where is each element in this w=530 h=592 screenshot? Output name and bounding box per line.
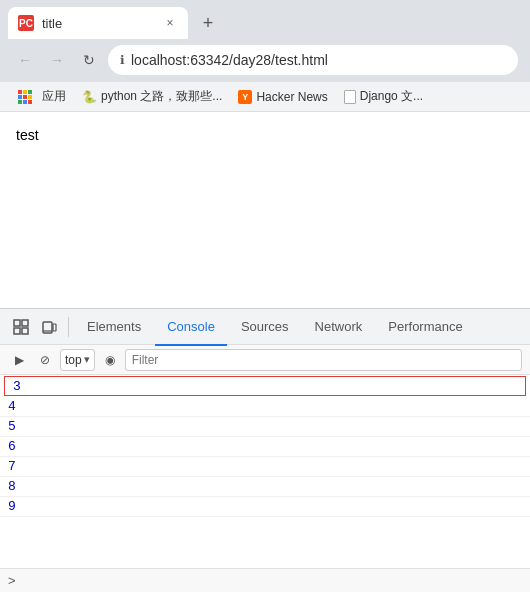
info-icon: ℹ: [120, 53, 125, 67]
svg-rect-12: [22, 328, 28, 334]
bookmark-hackernews[interactable]: Y Hacker News: [232, 88, 333, 106]
console-row: 9: [0, 497, 530, 517]
console-value: 8: [8, 479, 28, 494]
console-no-button[interactable]: ⊘: [34, 349, 56, 371]
reload-button[interactable]: ↻: [76, 47, 102, 73]
tab-close-button[interactable]: ×: [162, 15, 178, 31]
tab-network[interactable]: Network: [303, 310, 375, 346]
console-play-button[interactable]: ▶: [8, 349, 30, 371]
tab-favicon: PC: [18, 15, 34, 31]
svg-rect-4: [23, 95, 27, 99]
console-row: 4: [0, 397, 530, 417]
page-test-text: test: [16, 127, 39, 143]
python-favicon: 🐍: [82, 90, 97, 104]
prompt-chevron: >: [8, 573, 16, 588]
bookmark-django-label: Django 文...: [360, 88, 423, 105]
bookmark-apps[interactable]: 应用: [12, 86, 72, 107]
svg-rect-2: [28, 90, 32, 94]
page-content: test: [0, 112, 530, 308]
inspect-element-button[interactable]: [8, 314, 34, 340]
bookmark-hackernews-label: Hacker News: [256, 90, 327, 104]
svg-rect-14: [53, 324, 56, 331]
bookmark-apps-label: 应用: [42, 88, 66, 105]
console-value: 5: [8, 419, 28, 434]
back-button[interactable]: ←: [12, 47, 38, 73]
toolbar-separator: [68, 317, 69, 337]
svg-rect-9: [14, 320, 20, 326]
active-tab[interactable]: PC title ×: [8, 7, 188, 39]
console-eye-button[interactable]: ◉: [99, 349, 121, 371]
console-value: 7: [8, 459, 28, 474]
svg-rect-8: [28, 100, 32, 104]
console-filter-input[interactable]: [125, 349, 522, 371]
tab-title: title: [42, 16, 154, 31]
bookmark-django[interactable]: Django 文...: [338, 86, 429, 107]
new-tab-button[interactable]: +: [194, 9, 222, 37]
console-value: 9: [8, 499, 28, 514]
svg-rect-6: [18, 100, 22, 104]
tab-elements[interactable]: Elements: [75, 310, 153, 346]
console-row: 6: [0, 437, 530, 457]
svg-rect-11: [14, 328, 20, 334]
svg-rect-0: [18, 90, 22, 94]
devtools-toolbar: Elements Console Sources Network Perform…: [0, 309, 530, 345]
bookmark-python-label: python 之路，致那些...: [101, 88, 222, 105]
tab-performance[interactable]: Performance: [376, 310, 474, 346]
console-value: 6: [8, 439, 28, 454]
console-output: 3 4 5 6 7 8 9: [0, 375, 530, 568]
dropdown-arrow-icon: ▾: [84, 353, 90, 366]
tab-console[interactable]: Console: [155, 310, 227, 346]
console-row: 5: [0, 417, 530, 437]
tab-bar: PC title × +: [0, 0, 530, 40]
device-toggle-button[interactable]: [36, 314, 62, 340]
django-favicon: [344, 90, 356, 104]
svg-rect-7: [23, 100, 27, 104]
bookmarks-bar: 应用 🐍 python 之路，致那些... Y Hacker News Djan…: [0, 82, 530, 112]
forward-button[interactable]: →: [44, 47, 70, 73]
svg-rect-3: [18, 95, 22, 99]
console-value: 3: [13, 379, 33, 394]
svg-rect-10: [22, 320, 28, 326]
console-row: 3: [4, 376, 526, 396]
console-value: 4: [8, 399, 28, 414]
svg-rect-5: [28, 95, 32, 99]
hackernews-favicon: Y: [238, 90, 252, 104]
tab-sources[interactable]: Sources: [229, 310, 301, 346]
devtools-panel: Elements Console Sources Network Perform…: [0, 308, 530, 592]
url-text: localhost:63342/day28/test.html: [131, 52, 328, 68]
console-row: 8: [0, 477, 530, 497]
console-row: 7: [0, 457, 530, 477]
address-bar: ← → ↻ ℹ localhost:63342/day28/test.html: [0, 40, 530, 82]
console-toolbar: ▶ ⊘ top ▾ ◉: [0, 345, 530, 375]
context-select-text: top: [65, 353, 82, 367]
bookmark-python[interactable]: 🐍 python 之路，致那些...: [76, 86, 228, 107]
svg-rect-1: [23, 90, 27, 94]
console-prompt: >: [0, 568, 530, 592]
address-input[interactable]: ℹ localhost:63342/day28/test.html: [108, 45, 518, 75]
apps-icon: [18, 90, 32, 104]
context-select[interactable]: top ▾: [60, 349, 95, 371]
